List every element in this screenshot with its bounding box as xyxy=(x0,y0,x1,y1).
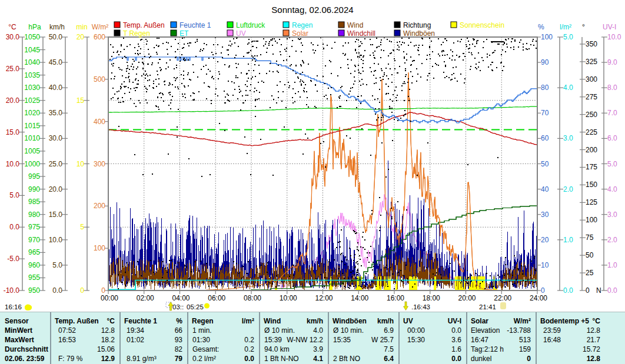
svg-text:l/m²: l/m² xyxy=(560,23,571,31)
svg-text:400: 400 xyxy=(94,118,105,126)
svg-text:20.0: 20.0 xyxy=(6,96,20,105)
svg-text:00:00: 00:00 xyxy=(101,294,118,302)
svg-text:990: 990 xyxy=(28,185,40,193)
svg-text:%: % xyxy=(538,23,544,31)
svg-text:W/m²: W/m² xyxy=(92,23,109,31)
svg-text:Windböen: Windböen xyxy=(403,29,435,38)
svg-text:40.0: 40.0 xyxy=(49,84,63,92)
svg-text:1015: 1015 xyxy=(24,122,40,130)
svg-text:1010: 1010 xyxy=(24,134,40,142)
svg-text:75: 75 xyxy=(586,233,594,242)
svg-text:300: 300 xyxy=(586,75,597,84)
svg-text:0: 0 xyxy=(586,286,590,295)
svg-text:20:00: 20:00 xyxy=(458,294,476,302)
svg-text:960: 960 xyxy=(28,261,40,269)
svg-text:N: N xyxy=(596,286,601,295)
svg-text:1.0: 1.0 xyxy=(607,261,617,269)
svg-text:16:00: 16:00 xyxy=(387,294,404,302)
svg-text:1040: 1040 xyxy=(24,58,40,66)
svg-text:225: 225 xyxy=(586,128,597,136)
svg-text:2.0: 2.0 xyxy=(607,236,617,244)
svg-text:20.0: 20.0 xyxy=(49,185,63,193)
svg-text:350: 350 xyxy=(586,40,597,48)
svg-text:30.0: 30.0 xyxy=(49,134,63,142)
svg-text:7.0: 7.0 xyxy=(607,109,617,117)
svg-text:250: 250 xyxy=(586,111,597,119)
svg-text:325: 325 xyxy=(586,58,597,66)
svg-text:min: min xyxy=(76,23,87,31)
svg-text:35.0: 35.0 xyxy=(49,109,63,117)
svg-text:500: 500 xyxy=(94,75,105,84)
svg-text:1020: 1020 xyxy=(24,109,40,117)
svg-text:20: 20 xyxy=(541,236,549,244)
svg-text:10: 10 xyxy=(77,160,85,168)
svg-text:200: 200 xyxy=(94,202,105,210)
svg-text:°C: °C xyxy=(8,23,16,31)
svg-text:965: 965 xyxy=(28,248,40,256)
svg-text:200: 200 xyxy=(586,146,597,154)
svg-text:5.0: 5.0 xyxy=(9,191,19,199)
svg-text:980: 980 xyxy=(28,211,40,219)
svg-text:.16:43: .16:43 xyxy=(411,303,430,310)
svg-text:9.0: 9.0 xyxy=(607,58,617,66)
svg-text:955: 955 xyxy=(28,273,40,282)
svg-text:1025: 1025 xyxy=(24,96,40,105)
svg-text:0.0: 0.0 xyxy=(9,223,19,231)
svg-text:Regen: Regen xyxy=(292,21,312,29)
svg-text:10: 10 xyxy=(541,261,549,269)
svg-text:950: 950 xyxy=(28,286,40,295)
svg-text:ET: ET xyxy=(179,29,189,38)
svg-text:8.0: 8.0 xyxy=(607,84,617,92)
svg-text:21:41: 21:41 xyxy=(479,303,496,310)
svg-text:1.0: 1.0 xyxy=(563,236,573,244)
svg-text:06:00: 06:00 xyxy=(208,294,225,302)
svg-text:1035: 1035 xyxy=(24,71,40,79)
svg-text:100: 100 xyxy=(586,216,597,224)
svg-text:18:00: 18:00 xyxy=(423,294,440,302)
svg-text:125: 125 xyxy=(586,198,597,206)
svg-text:25: 25 xyxy=(586,269,594,277)
svg-text:Windchill: Windchill xyxy=(347,29,375,38)
svg-text:Solar: Solar xyxy=(292,29,308,38)
svg-text:1045: 1045 xyxy=(24,46,40,54)
svg-text:10.0: 10.0 xyxy=(607,33,621,41)
svg-text:4.0: 4.0 xyxy=(563,84,573,92)
svg-text:5.0: 5.0 xyxy=(563,33,573,41)
svg-text:175: 175 xyxy=(586,163,597,171)
svg-text:25.0: 25.0 xyxy=(6,65,20,73)
svg-text:100: 100 xyxy=(541,33,553,41)
svg-text:3.0: 3.0 xyxy=(563,134,573,142)
svg-text:275: 275 xyxy=(586,93,597,101)
svg-text:°: ° xyxy=(582,23,585,31)
svg-text:0.0: 0.0 xyxy=(607,286,617,295)
svg-text:995: 995 xyxy=(28,172,40,181)
svg-text:1000: 1000 xyxy=(24,160,40,168)
svg-text:70: 70 xyxy=(541,109,549,117)
svg-text:60: 60 xyxy=(541,134,549,142)
svg-text:80: 80 xyxy=(541,84,549,92)
svg-text:0.0: 0.0 xyxy=(52,286,62,295)
svg-text:1030: 1030 xyxy=(24,84,40,92)
svg-text:90: 90 xyxy=(541,58,549,66)
svg-text:02:00: 02:00 xyxy=(137,294,154,302)
svg-text:25.0: 25.0 xyxy=(49,160,63,168)
svg-text:15.0: 15.0 xyxy=(6,128,20,136)
svg-text:Temp. Außen: Temp. Außen xyxy=(123,21,165,29)
svg-text:10:00: 10:00 xyxy=(280,294,297,302)
svg-text:hPa: hPa xyxy=(28,23,41,31)
svg-text:50: 50 xyxy=(586,251,594,259)
svg-text:985: 985 xyxy=(28,198,40,206)
svg-text:600: 600 xyxy=(94,33,105,41)
svg-text:UV: UV xyxy=(236,29,246,38)
svg-text:1050: 1050 xyxy=(24,33,40,41)
svg-text:4.0: 4.0 xyxy=(607,185,617,193)
svg-text:6.0: 6.0 xyxy=(607,134,617,142)
svg-text:-5.0: -5.0 xyxy=(7,255,19,263)
svg-text:12:00: 12:00 xyxy=(315,294,333,302)
svg-text:-10.0: -10.0 xyxy=(4,286,20,295)
svg-text:50: 50 xyxy=(541,160,549,168)
svg-text:04:00: 04:00 xyxy=(172,294,190,302)
svg-text:15: 15 xyxy=(77,96,85,105)
svg-text:50.0: 50.0 xyxy=(49,33,63,41)
svg-text:20: 20 xyxy=(77,33,85,41)
